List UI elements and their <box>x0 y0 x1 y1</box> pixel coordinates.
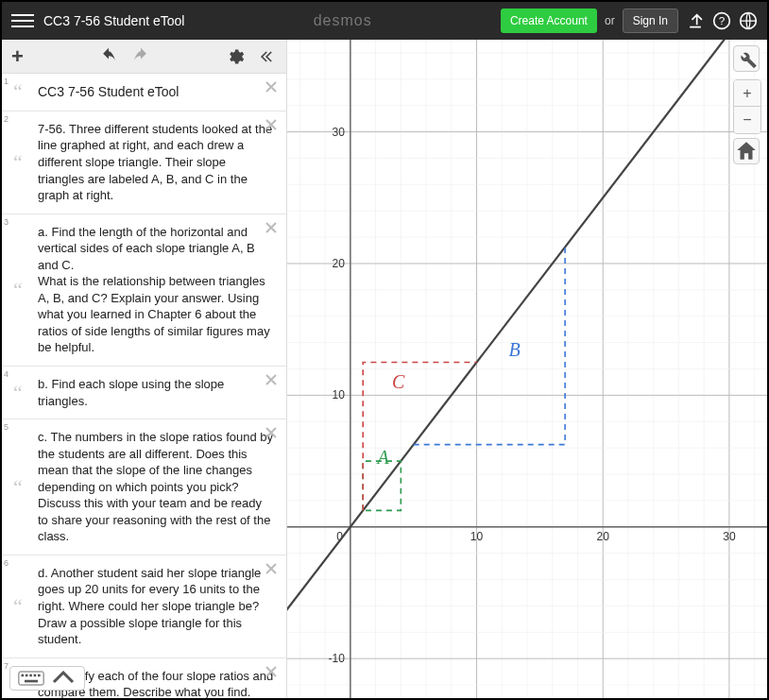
globe-icon[interactable] <box>739 11 758 30</box>
collapse-icon[interactable] <box>258 47 277 66</box>
svg-rect-9 <box>25 680 38 683</box>
svg-text:20: 20 <box>332 257 345 270</box>
keyboard-icon <box>18 671 44 686</box>
svg-text:10: 10 <box>470 530 484 543</box>
quote-icon: “ <box>13 276 23 304</box>
svg-rect-8 <box>38 674 41 677</box>
wrench-icon[interactable] <box>733 45 760 72</box>
chevron-up-icon <box>50 671 77 686</box>
expression-item[interactable]: 3“a. Find the length of the horizontal a… <box>2 214 286 367</box>
sidebar-toolbar: + <box>2 40 286 74</box>
expression-text: CC3 7-56 Student eTool <box>38 83 275 101</box>
close-icon[interactable] <box>264 372 279 387</box>
svg-text:10: 10 <box>332 388 345 401</box>
share-icon[interactable] <box>686 11 705 30</box>
svg-rect-4 <box>22 674 25 677</box>
quote-icon: “ <box>13 78 23 107</box>
graph-area[interactable]: 102030-101020300ABC + − <box>287 40 767 698</box>
or-label: or <box>605 14 615 27</box>
graph-canvas[interactable]: 102030-101020300ABC <box>287 40 767 698</box>
zoom-out-button[interactable]: − <box>734 107 760 133</box>
expression-number: 3 <box>4 216 9 228</box>
close-icon[interactable] <box>264 220 279 235</box>
menu-icon[interactable] <box>11 9 34 32</box>
svg-text:20: 20 <box>597 530 610 543</box>
svg-rect-3 <box>19 672 43 685</box>
close-icon[interactable] <box>264 79 279 94</box>
svg-text:-10: -10 <box>328 652 345 665</box>
svg-text:C: C <box>392 371 405 392</box>
expression-number: 7 <box>4 660 9 672</box>
redo-icon[interactable] <box>131 47 150 66</box>
expression-text: d. Another student said her slope triang… <box>38 565 275 648</box>
svg-line-64 <box>287 40 755 625</box>
home-button[interactable] <box>733 138 760 164</box>
expression-number: 5 <box>4 421 9 433</box>
quote-icon: “ <box>13 592 23 621</box>
svg-text:30: 30 <box>332 126 345 139</box>
expression-text: 7-56. Three different students looked at… <box>38 121 275 204</box>
close-icon[interactable] <box>264 117 279 132</box>
expression-text: a. Find the length of the horizontal and… <box>38 224 275 356</box>
expression-number: 2 <box>4 113 9 125</box>
svg-text:A: A <box>375 447 389 468</box>
undo-icon[interactable] <box>99 47 118 66</box>
svg-rect-7 <box>34 674 37 677</box>
keypad-toggle[interactable] <box>9 666 85 691</box>
svg-rect-5 <box>26 674 28 677</box>
quote-icon: “ <box>13 473 23 502</box>
quote-icon: “ <box>13 379 23 407</box>
sign-in-button[interactable]: Sign In <box>623 9 678 33</box>
expression-item[interactable]: 2“7-56. Three different students looked … <box>2 111 286 214</box>
brand-logo: desmos <box>184 12 500 29</box>
close-icon[interactable] <box>264 664 279 679</box>
svg-text:?: ? <box>719 14 726 26</box>
expression-number: 1 <box>4 76 9 87</box>
header: CC3 7-56 Student eTool desmos Create Acc… <box>2 2 767 40</box>
close-icon[interactable] <box>264 425 279 440</box>
zoom-in-button[interactable]: + <box>734 80 760 107</box>
expression-text: b. Find each slope using the slope trian… <box>38 376 275 409</box>
svg-text:B: B <box>509 339 521 360</box>
svg-rect-6 <box>29 674 32 677</box>
add-expression-button[interactable]: + <box>11 44 24 69</box>
expression-item[interactable]: 1“CC3 7-56 Student eTool <box>2 74 286 111</box>
expression-item[interactable]: 6“d. Another student said her slope tria… <box>2 555 286 658</box>
expression-number: 4 <box>4 368 9 380</box>
expression-number: 6 <box>4 557 9 569</box>
settings-icon[interactable] <box>226 47 245 66</box>
expression-item[interactable]: 4“b. Find each slope using the slope tri… <box>2 367 286 419</box>
close-icon[interactable] <box>264 561 279 576</box>
svg-text:30: 30 <box>723 530 736 543</box>
create-account-button[interactable]: Create Account <box>501 9 597 33</box>
expression-item[interactable]: 5“c. The numbers in the slope ratios fou… <box>2 419 286 555</box>
help-icon[interactable]: ? <box>712 11 731 30</box>
quote-icon: “ <box>13 148 23 177</box>
expression-sidebar: + 1“CC3 7-56 Student eTool2“7-56. Three … <box>2 40 287 698</box>
expression-list[interactable]: 1“CC3 7-56 Student eTool2“7-56. Three di… <box>2 74 286 698</box>
expression-text: c. The numbers in the slope ratios found… <box>38 429 275 545</box>
page-title: CC3 7-56 Student eTool <box>43 13 184 28</box>
